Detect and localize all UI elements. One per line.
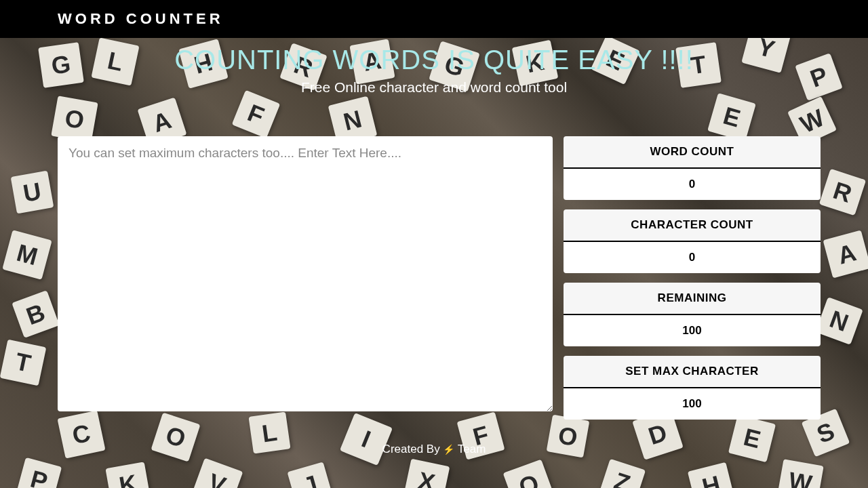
main-content: WORD COUNT 0 CHARACTER COUNT 0 REMAINING…: [0, 96, 868, 420]
footer-suffix: Team: [454, 443, 486, 455]
footer: Created By ⚡ Team: [0, 420, 868, 456]
word-count-box: WORD COUNT 0: [564, 136, 821, 200]
word-count-label: WORD COUNT: [564, 136, 821, 169]
stats-panel: WORD COUNT 0 CHARACTER COUNT 0 REMAINING…: [564, 136, 821, 420]
remaining-label: REMAINING: [564, 283, 821, 315]
char-count-box: CHARACTER COUNT 0: [564, 209, 821, 273]
bolt-icon: ⚡: [443, 444, 454, 455]
max-char-input[interactable]: [564, 388, 821, 420]
text-input[interactable]: [58, 136, 553, 411]
max-char-box: SET MAX CHARACTER: [564, 356, 821, 420]
remaining-box: REMAINING 100: [564, 283, 821, 346]
hero-section: COUNTING WORDS IS QUITE EASY !!!! Free O…: [0, 38, 868, 96]
char-count-value: 0: [564, 242, 821, 273]
header: WORD COUNTER: [0, 0, 868, 38]
max-char-label: SET MAX CHARACTER: [564, 356, 821, 388]
hero-subtitle: Free Online character and word count too…: [0, 79, 868, 96]
footer-prefix: Created By: [382, 443, 443, 455]
header-title: WORD COUNTER: [58, 10, 224, 28]
hero-title: COUNTING WORDS IS QUITE EASY !!!!: [0, 45, 868, 75]
remaining-value: 100: [564, 315, 821, 346]
char-count-label: CHARACTER COUNT: [564, 209, 821, 242]
word-count-value: 0: [564, 169, 821, 200]
